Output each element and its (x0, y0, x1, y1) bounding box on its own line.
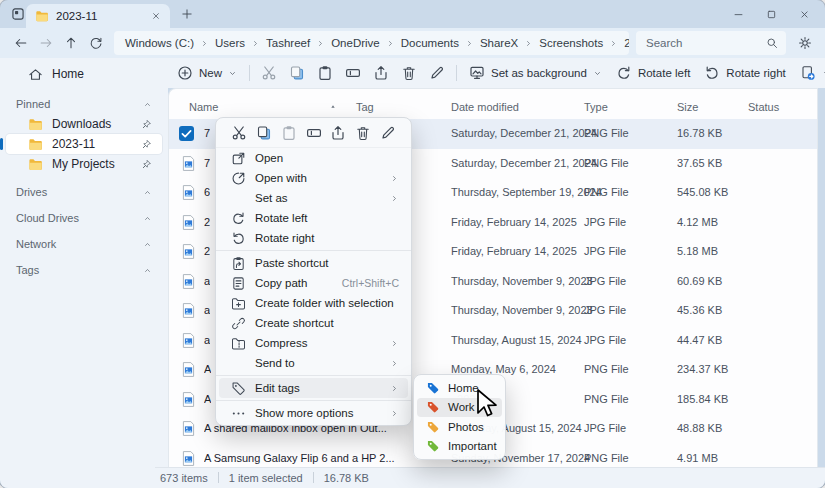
menu-item-open-with[interactable]: Open with (219, 168, 408, 188)
sync-status-icon (800, 65, 816, 81)
rename-button[interactable] (339, 60, 367, 86)
sidebar-section-label: Network (16, 238, 56, 250)
menu-item-rotate-left[interactable]: Rotate left (219, 208, 408, 228)
copy-button[interactable] (283, 60, 311, 86)
wallpaper-icon (469, 65, 485, 81)
forward-button[interactable] (33, 31, 58, 55)
paste-button[interactable] (311, 60, 339, 86)
new-button[interactable]: New (170, 60, 244, 86)
sidebar-section-network[interactable]: Network (6, 234, 162, 254)
tag-option-work[interactable]: Work (417, 398, 502, 418)
menu-item-show-more-options[interactable]: Show more options (219, 403, 408, 423)
breadcrumb-item-sharex[interactable]: ShareX (478, 37, 520, 49)
breadcrumb-item-users[interactable]: Users (213, 37, 247, 49)
breadcrumb-item-tashreef[interactable]: Tashreef (264, 37, 312, 49)
menu-item-copy-path[interactable]: Copy pathCtrl+Shift+C (219, 273, 408, 293)
column-header-status[interactable]: Status (748, 96, 779, 118)
file-date: Thursday, August 15, 2024 (451, 326, 582, 356)
breadcrumb-item-documents[interactable]: Documents (399, 37, 461, 49)
edit-icon[interactable] (380, 125, 396, 141)
sidebar-item-2023-11[interactable]: 2023-11 (6, 134, 162, 154)
sidebar-item-home[interactable]: Home (6, 62, 162, 86)
menu-item-label: Open with (255, 172, 381, 184)
submenu-arrow-icon (390, 384, 399, 393)
back-button[interactable] (8, 31, 33, 55)
address-bar[interactable]: Windows (C:)UsersTashreefOneDriveDocumen… (114, 31, 629, 55)
column-header-date-modified[interactable]: Date modified (451, 96, 519, 118)
settings-button[interactable] (793, 31, 817, 55)
menu-item-paste-shortcut[interactable]: Paste shortcut (219, 253, 408, 273)
search-box[interactable] (636, 31, 786, 55)
file-name: a (204, 326, 210, 356)
breadcrumb: Windows (C:)UsersTashreefOneDriveDocumen… (123, 37, 629, 49)
sidebar-item-my-projects[interactable]: My Projects (6, 154, 162, 174)
tag-option-label: Home (448, 382, 479, 394)
refresh-button[interactable] (83, 31, 108, 55)
sidebar-section-drives[interactable]: Drives (6, 182, 162, 202)
delete-icon (401, 65, 417, 81)
column-header-tag[interactable]: Tag (356, 96, 374, 118)
window-close-button[interactable] (788, 0, 821, 28)
status-bar: 673 items 1 item selected 16.78 KB (0, 467, 825, 488)
menu-item-compress[interactable]: Compress (219, 333, 408, 353)
menu-item-rotate-right[interactable]: Rotate right (219, 228, 408, 248)
tag-option-important[interactable]: Important (417, 437, 502, 457)
clipboard-actions (255, 60, 451, 86)
cut-button[interactable] (255, 60, 283, 86)
image-file-icon (180, 155, 197, 172)
menu-item-create-folder-with-selection[interactable]: Create folder with selection (219, 293, 408, 313)
set-as-background-button[interactable]: Set as background (462, 60, 609, 86)
edit-button[interactable] (423, 60, 451, 86)
file-date: Friday, February 14, 2025 (451, 237, 577, 267)
column-header-size[interactable]: Size (677, 96, 698, 118)
rename-icon[interactable] (306, 125, 322, 141)
rotate-right-button[interactable]: Rotate right (697, 60, 792, 86)
copy-icon[interactable] (256, 125, 272, 141)
sidebar-item-downloads[interactable]: Downloads (6, 114, 162, 134)
breadcrumb-item-windows-c[interactable]: Windows (C:) (123, 37, 196, 49)
cut-icon[interactable] (231, 125, 247, 141)
menu-item-set-as[interactable]: Set as (219, 188, 408, 208)
menu-item-create-shortcut[interactable]: Create shortcut (219, 313, 408, 333)
up-button[interactable] (58, 31, 83, 55)
home-icon (28, 67, 43, 82)
tag-option-home[interactable]: Home (417, 378, 502, 398)
window-minimize-button[interactable] (722, 0, 755, 28)
file-type: PNG File (584, 385, 629, 415)
open-icon (231, 151, 246, 166)
edit-icon (429, 65, 445, 81)
menu-item-edit-tags[interactable]: Edit tags (219, 378, 408, 398)
menu-item-send-to[interactable]: Send to (219, 353, 408, 373)
search-icon (766, 37, 778, 49)
breadcrumb-item-screenshots[interactable]: Screenshots (537, 37, 605, 49)
rotate-left-button[interactable]: Rotate left (609, 60, 697, 86)
share-icon[interactable] (330, 125, 346, 141)
file-name: 7 (204, 119, 210, 149)
explorer-tab[interactable]: 2023-11 (26, 4, 170, 28)
window-maximize-button[interactable] (755, 0, 788, 28)
file-name: A Samsung Galaxy Flip 6 and a HP 2... (204, 444, 395, 468)
file-type: PNG File (584, 355, 629, 385)
sidebar-section-pinned[interactable]: Pinned (6, 94, 162, 114)
tag-option-label: Work (448, 401, 475, 413)
tag-option-photos[interactable]: Photos (417, 417, 502, 437)
sync-status-button[interactable] (793, 60, 825, 86)
tab-close-icon[interactable] (151, 11, 161, 21)
search-input[interactable] (644, 36, 766, 50)
share-button[interactable] (367, 60, 395, 86)
paste-icon[interactable] (281, 125, 297, 141)
breadcrumb-item-2023-11[interactable]: 2023-11 (622, 37, 629, 49)
delete-button[interactable] (395, 60, 423, 86)
menu-item-open[interactable]: Open (219, 148, 408, 168)
delete-icon[interactable] (355, 125, 371, 141)
checkbox-checked[interactable] (179, 126, 194, 141)
share-icon (373, 65, 389, 81)
sidebar-item-label: My Projects (52, 157, 115, 171)
column-header-name[interactable]: Name (189, 96, 218, 118)
sidebar-section-tags[interactable]: Tags (6, 260, 162, 280)
sidebar-section-cloud-drives[interactable]: Cloud Drives (6, 208, 162, 228)
file-type: PNG File (584, 149, 629, 179)
new-tab-button[interactable] (181, 8, 193, 20)
breadcrumb-item-onedrive[interactable]: OneDrive (329, 37, 382, 49)
column-header-type[interactable]: Type (584, 96, 608, 118)
